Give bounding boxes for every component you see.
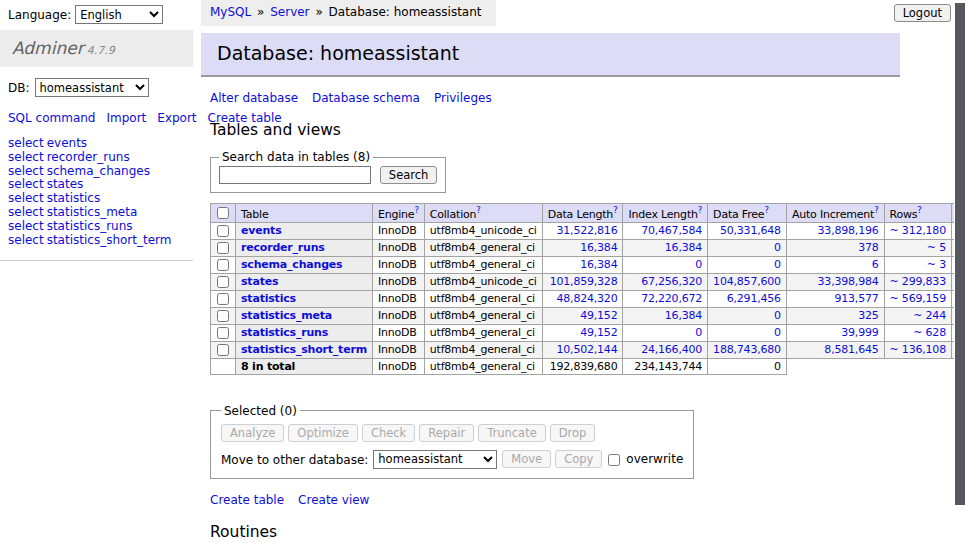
select-all-checkbox[interactable] <box>217 207 229 219</box>
data-length-link[interactable]: 48,824,320 <box>556 292 617 305</box>
column-help-link[interactable]: ? <box>698 205 702 215</box>
table-name-link[interactable]: states <box>241 275 278 288</box>
database-nav-link[interactable]: Privileges <box>434 91 492 105</box>
row-checkbox[interactable] <box>217 276 229 288</box>
data-free-link[interactable]: 0 <box>774 326 781 339</box>
data-length-link[interactable]: 16,384 <box>580 241 617 254</box>
table-name-link[interactable]: statistics_short_term <box>241 343 367 356</box>
auto-increment-link[interactable]: 39,999 <box>841 326 878 339</box>
row-checkbox[interactable] <box>217 242 229 254</box>
auto-increment-link[interactable]: 913,577 <box>834 292 878 305</box>
db-select[interactable]: homeassistant <box>35 78 149 97</box>
row-checkbox[interactable] <box>217 225 229 237</box>
select-link[interactable]: select <box>8 150 44 164</box>
move-db-select[interactable]: homeassistant <box>373 450 497 469</box>
data-length-link[interactable]: 49,152 <box>580 309 617 322</box>
table-name-link[interactable]: events <box>241 224 282 237</box>
row-checkbox[interactable] <box>217 293 229 305</box>
auto-increment-link[interactable]: 6 <box>872 258 879 271</box>
select-link[interactable]: select <box>8 164 44 178</box>
data-free-link[interactable]: 0 <box>774 309 781 322</box>
data-length-link[interactable]: 101,859,328 <box>550 275 618 288</box>
rows-link[interactable]: ~ 299,833 <box>890 275 946 288</box>
row-checkbox[interactable] <box>217 310 229 322</box>
table-name-link[interactable]: statistics <box>241 292 296 305</box>
column-help-link[interactable]: ? <box>764 205 768 215</box>
rows-link[interactable]: ~ 569,159 <box>890 292 946 305</box>
select-link[interactable]: select <box>8 136 44 150</box>
index-length-link[interactable]: 72,220,672 <box>641 292 702 305</box>
rows-link[interactable]: ~ 136,108 <box>890 343 946 356</box>
rows-link[interactable]: ~ 628 <box>913 326 946 339</box>
sidebar-action-link[interactable]: SQL command <box>8 111 95 125</box>
data-free-link[interactable]: 6,291,456 <box>727 292 781 305</box>
data-free-link[interactable]: 50,331,648 <box>720 224 781 237</box>
rows-link[interactable]: ~ 3 <box>927 258 946 271</box>
index-length-link[interactable]: 16,384 <box>665 241 702 254</box>
table-link[interactable]: statistics_meta <box>47 205 138 219</box>
rows-link[interactable]: ~ 5 <box>927 241 946 254</box>
column-help-link[interactable]: ? <box>874 205 878 215</box>
auto-increment-link[interactable]: 8,581,645 <box>824 343 878 356</box>
rows-link[interactable]: ~ 244 <box>913 309 946 322</box>
database-nav-link[interactable]: Alter database <box>210 91 298 105</box>
breadcrumb-link[interactable]: MySQL <box>210 5 251 19</box>
index-length-link[interactable]: 70,467,584 <box>641 224 702 237</box>
table-link[interactable]: statistics_runs <box>47 219 133 233</box>
auto-increment-link[interactable]: 33,898,196 <box>818 224 879 237</box>
index-length-link[interactable]: 16,384 <box>665 309 702 322</box>
table-link[interactable]: statistics <box>47 191 101 205</box>
logout-button[interactable]: Logout <box>894 4 951 22</box>
select-link[interactable]: select <box>8 205 44 219</box>
table-link[interactable]: events <box>47 136 87 150</box>
breadcrumb-link[interactable]: Server <box>270 5 309 19</box>
data-free-link[interactable]: 0 <box>774 241 781 254</box>
column-help-link[interactable]: ? <box>414 205 418 215</box>
sidebar-action-link[interactable]: Export <box>157 111 196 125</box>
column-help-link[interactable]: ? <box>613 205 617 215</box>
overwrite-checkbox[interactable] <box>608 454 620 466</box>
language-select[interactable]: English <box>75 5 163 24</box>
select-link[interactable]: select <box>8 191 44 205</box>
data-free-link[interactable]: 104,857,600 <box>713 275 781 288</box>
data-free-link[interactable]: 188,743,680 <box>713 343 781 356</box>
table-name-link[interactable]: recorder_runs <box>241 241 325 254</box>
create-link[interactable]: Create view <box>298 493 369 507</box>
sidebar-action-link[interactable]: Create table <box>208 111 282 125</box>
database-nav-link[interactable]: Database schema <box>312 91 420 105</box>
scrollbar-thumb[interactable] <box>955 3 965 505</box>
select-link[interactable]: select <box>8 177 44 191</box>
data-length-link[interactable]: 16,384 <box>580 258 617 271</box>
search-button[interactable]: Search <box>380 166 438 184</box>
column-help-link[interactable]: ? <box>917 205 921 215</box>
auto-increment-link[interactable]: 325 <box>858 309 878 322</box>
index-length-link[interactable]: 24,166,400 <box>641 343 702 356</box>
index-length-link[interactable]: 67,256,320 <box>641 275 702 288</box>
table-name-link[interactable]: statistics_meta <box>241 309 332 322</box>
data-length-link[interactable]: 10,502,144 <box>556 343 617 356</box>
index-length-link[interactable]: 0 <box>695 258 702 271</box>
table-name-link[interactable]: schema_changes <box>241 258 342 271</box>
column-help-link[interactable]: ? <box>476 205 480 215</box>
table-link[interactable]: schema_changes <box>47 164 150 178</box>
auto-increment-link[interactable]: 378 <box>858 241 878 254</box>
rows-link[interactable]: ~ 312,180 <box>890 224 946 237</box>
search-input[interactable] <box>219 166 371 184</box>
sidebar-action-link[interactable]: Import <box>106 111 146 125</box>
data-length-link[interactable]: 31,522,816 <box>556 224 617 237</box>
data-free-link[interactable]: 0 <box>774 258 781 271</box>
row-checkbox[interactable] <box>217 344 229 356</box>
select-link[interactable]: select <box>8 219 44 233</box>
auto-increment-link[interactable]: 33,398,984 <box>818 275 879 288</box>
scrollbar-track[interactable] <box>954 0 966 543</box>
create-link[interactable]: Create table <box>210 493 284 507</box>
table-name-link[interactable]: statistics_runs <box>241 326 328 339</box>
table-link[interactable]: statistics_short_term <box>47 233 172 247</box>
select-link[interactable]: select <box>8 233 44 247</box>
data-length-link[interactable]: 49,152 <box>580 326 617 339</box>
table-link[interactable]: states <box>47 177 84 191</box>
row-checkbox[interactable] <box>217 259 229 271</box>
index-length-link[interactable]: 0 <box>695 326 702 339</box>
table-link[interactable]: recorder_runs <box>47 150 130 164</box>
row-checkbox[interactable] <box>217 327 229 339</box>
